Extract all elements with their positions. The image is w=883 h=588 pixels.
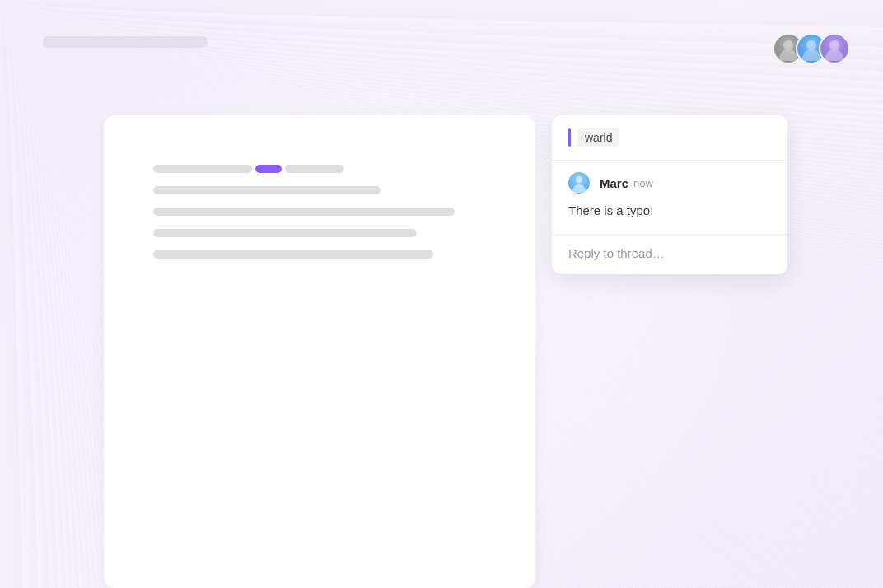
quoted-text: warld — [577, 128, 619, 147]
doc-text-line — [153, 186, 381, 194]
doc-text-segment — [153, 165, 252, 173]
doc-text-line — [153, 208, 455, 216]
reply-placeholder-text: Reply to thread… — [568, 246, 665, 260]
comment-thread: warld Marc now There is a typo! Reply to… — [552, 115, 787, 274]
comment-text: There is a typo! — [568, 202, 771, 219]
document-editor[interactable] — [104, 115, 535, 588]
document-content-placeholder — [153, 165, 486, 259]
comment-quote-header: warld — [552, 115, 787, 161]
doc-text-segment — [285, 165, 344, 173]
quote-indicator-bar — [568, 128, 571, 147]
document-title-placeholder — [43, 36, 208, 48]
comment-timestamp: now — [633, 177, 653, 189]
reply-input[interactable]: Reply to thread… — [552, 235, 787, 274]
comment-author-name: Marc — [600, 176, 628, 190]
doc-text-line — [153, 229, 417, 237]
avatar-user-3[interactable] — [819, 33, 850, 64]
presence-avatars — [773, 33, 850, 64]
comment-body: Marc now There is a typo! — [552, 161, 787, 235]
comment-author-avatar[interactable] — [568, 172, 590, 194]
doc-text-line — [153, 250, 433, 259]
doc-highlighted-segment[interactable] — [255, 165, 282, 173]
